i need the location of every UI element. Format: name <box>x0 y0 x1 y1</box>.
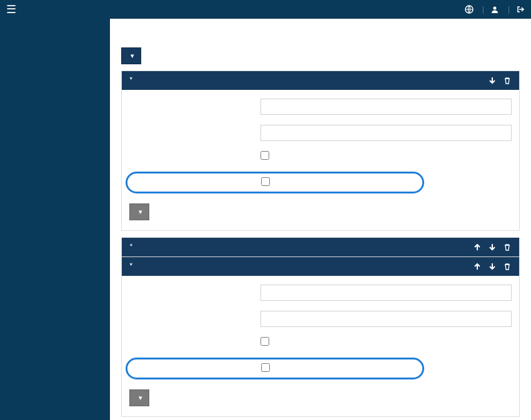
separator: | <box>508 5 510 14</box>
delete-button[interactable] <box>503 243 512 252</box>
logout-button[interactable] <box>516 5 525 14</box>
chevron-left-icon: ˂ <box>129 243 133 252</box>
data-carrier-type-input[interactable] <box>261 125 512 141</box>
check-certificate-highlight <box>126 172 424 193</box>
caret-down-icon: ▾ <box>139 208 142 216</box>
language-selector[interactable] <box>465 5 476 14</box>
breadcrumb <box>121 19 520 31</box>
check-certificate-highlight <box>126 358 424 379</box>
flip-unique-number-checkbox[interactable] <box>261 337 269 346</box>
main-content: ▾ ˅ <box>110 19 531 420</box>
data-carrier-type-input[interactable] <box>261 311 512 327</box>
flip-unique-number-checkbox[interactable] <box>261 151 269 160</box>
add-segment-button[interactable]: ▾ <box>129 389 149 406</box>
globe-icon <box>465 5 474 14</box>
caret-down-icon: ▾ <box>131 52 134 60</box>
separator: | <box>482 5 484 14</box>
move-down-button[interactable] <box>488 243 497 252</box>
delete-button[interactable] <box>503 76 512 85</box>
add-segment-button[interactable]: ▾ <box>129 203 149 220</box>
sidebar <box>0 19 110 420</box>
panel-header-mifare-desfire[interactable]: ˅ <box>122 257 519 276</box>
panel-header-iso15693[interactable]: ˂ <box>122 238 519 256</box>
user-menu[interactable] <box>490 5 502 14</box>
data-carrier-name-input[interactable] <box>261 285 512 301</box>
menu-toggle-icon[interactable]: ☰ <box>6 2 16 16</box>
move-up-button[interactable] <box>473 262 482 271</box>
panel-header-mifare-classic[interactable]: ˅ <box>122 71 519 90</box>
top-bar: ☰ | | <box>0 0 531 19</box>
chevron-down-icon: ˅ <box>129 263 133 271</box>
panel-iso15693: ˂ <box>121 237 520 257</box>
user-icon <box>490 5 499 14</box>
caret-down-icon: ▾ <box>139 394 142 402</box>
move-down-button[interactable] <box>488 76 497 85</box>
panel-mifare-desfire: ˅ <box>121 257 520 417</box>
chevron-down-icon: ˅ <box>129 77 133 85</box>
move-down-button[interactable] <box>488 262 497 271</box>
add-data-carrier-button[interactable]: ▾ <box>121 47 141 64</box>
data-carrier-name-input[interactable] <box>261 99 512 115</box>
move-up-button[interactable] <box>473 243 482 252</box>
delete-button[interactable] <box>503 262 512 271</box>
check-certificate-checkbox[interactable] <box>261 177 270 186</box>
panel-mifare-classic: ˅ <box>121 71 520 231</box>
check-certificate-checkbox[interactable] <box>261 363 270 372</box>
